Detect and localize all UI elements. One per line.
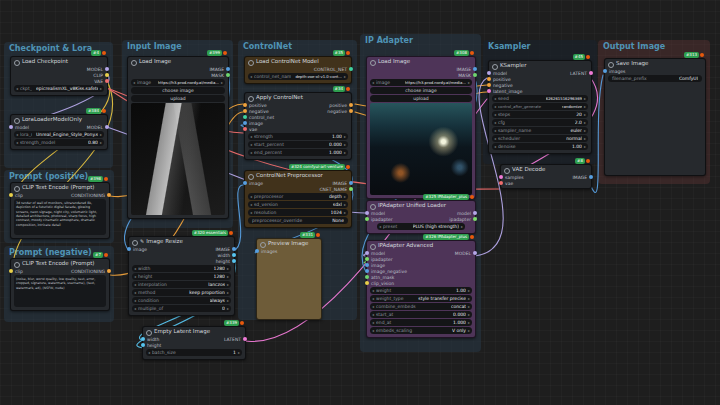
increment-arrow-icon[interactable]: ▸ [221, 80, 223, 85]
choose-image-button[interactable]: choose image [370, 87, 472, 94]
increment-arrow-icon[interactable]: ▸ [344, 210, 346, 215]
increment-arrow-icon[interactable]: ▸ [584, 136, 586, 141]
widget-image-url[interactable]: ◂imagehttps://h3.prod.nordy.ai/media...▸ [131, 79, 225, 86]
input-port-image[interactable]: image [132, 247, 147, 252]
node-vae-decode[interactable]: #8 VAE Decode samples IMAGE vae [500, 164, 592, 189]
output-port-image[interactable]: IMAGE [332, 181, 348, 186]
node-title[interactable]: Preview Image [257, 239, 321, 248]
widget-sd-version[interactable]: ◂sd_versionsdxl▸ [248, 201, 348, 208]
output-port-conditioning[interactable]: CONDITIONING [71, 193, 106, 198]
input-port-clip[interactable]: clip [14, 269, 23, 274]
increment-arrow-icon[interactable]: ▸ [468, 296, 470, 301]
widget-end-at[interactable]: ◂end_at1.000▸ [370, 319, 472, 326]
output-port-image[interactable]: IMAGE [572, 175, 588, 180]
widget-ckpt-name[interactable]: ◂ckpt_nameepicrealismXL_v8Kiss.safete...… [14, 85, 104, 92]
output-port-model[interactable]: model [457, 211, 472, 216]
increment-arrow-icon[interactable]: ▸ [584, 96, 586, 101]
node-graph-canvas[interactable]: Checkpoint & Lora Prompt (positive) Prom… [0, 0, 720, 405]
decrement-arrow-icon[interactable]: ◂ [372, 80, 374, 85]
widget-batch-size[interactable]: ◂batch_size1▸ [146, 349, 242, 356]
input-port-vae[interactable]: vae [504, 181, 513, 186]
decrement-arrow-icon[interactable]: ◂ [250, 202, 252, 207]
output-port-model[interactable]: MODEL [87, 67, 104, 72]
input-port-vae[interactable]: vae [248, 127, 257, 132]
output-port-model[interactable]: MODEL [87, 125, 104, 130]
increment-arrow-icon[interactable]: ▸ [584, 128, 586, 133]
input-port-image[interactable]: image [248, 121, 263, 126]
node-ksampler[interactable]: #45 KSampler model LATENT positive negat… [488, 60, 592, 154]
decrement-arrow-icon[interactable]: ◂ [494, 120, 496, 125]
increment-arrow-icon[interactable]: ▸ [468, 312, 470, 317]
decrement-arrow-icon[interactable]: ◂ [133, 80, 135, 85]
node-title[interactable]: Save Image [605, 59, 705, 68]
decrement-arrow-icon[interactable]: ◂ [494, 128, 496, 133]
node-title[interactable]: Load Checkpoint [11, 57, 107, 66]
increment-arrow-icon[interactable]: ▸ [227, 290, 229, 295]
input-port-negative[interactable]: negative [248, 109, 269, 114]
group-title[interactable]: Ksampler [483, 40, 597, 53]
upload-button[interactable]: upload [131, 95, 225, 102]
widget-combine-embeds[interactable]: ◂combine_embedsconcat▸ [370, 303, 472, 310]
increment-arrow-icon[interactable]: ▸ [584, 144, 586, 149]
node-ip-load-image[interactable]: #308 Load Image IMAGE MASK ◂imagehttps:/… [366, 56, 476, 199]
node-preview-image[interactable]: #331 Preview Image images [256, 238, 322, 320]
widget-control-after-generate[interactable]: ◂control_after_generaterandomize▸ [492, 103, 588, 110]
decrement-arrow-icon[interactable]: ◂ [250, 210, 252, 215]
input-port-clip-vision[interactable]: clip_vision [370, 281, 394, 286]
node-title[interactable]: Empty Latent Image [143, 327, 245, 336]
node-clip-text-encode-positive[interactable]: #398 CLIP Text Encode (Prompt) clip COND… [10, 182, 110, 239]
decrement-arrow-icon[interactable]: ◂ [134, 306, 136, 311]
input-port-attn-mask[interactable]: attn_mask [370, 275, 394, 280]
decrement-arrow-icon[interactable]: ◂ [372, 296, 374, 301]
widget-resolution[interactable]: ◂resolution1024▸ [248, 209, 348, 216]
input-port-latent-image[interactable]: latent_image [492, 89, 522, 94]
decrement-arrow-icon[interactable]: ◂ [250, 142, 252, 147]
decrement-arrow-icon[interactable]: ◂ [134, 298, 136, 303]
prompt-text-negative[interactable]: (noise, blur, worst quality, low quality… [14, 275, 106, 307]
node-lora-loader[interactable]: #384 LoraLoaderModelOnly model MODEL ◂lo… [10, 114, 108, 150]
increment-arrow-icon[interactable]: ▸ [584, 120, 586, 125]
input-port-model[interactable]: model [492, 71, 507, 76]
widget-preset[interactable]: ◂presetPLUS (high strength)▸ [377, 223, 465, 230]
increment-arrow-icon[interactable]: ▸ [468, 80, 470, 85]
widget-strength-model[interactable]: ◂strength_model0.80▸ [14, 139, 104, 146]
input-port-clip[interactable]: clip [14, 193, 23, 198]
increment-arrow-icon[interactable]: ▸ [344, 194, 346, 199]
increment-arrow-icon[interactable]: ▸ [227, 298, 229, 303]
increment-arrow-icon[interactable]: ▸ [461, 224, 463, 229]
node-title[interactable]: IPAdapter Advanced [367, 241, 475, 250]
widget-start-at[interactable]: ◂start_at0.000▸ [370, 311, 472, 318]
increment-arrow-icon[interactable]: ▸ [344, 202, 346, 207]
upload-button[interactable]: upload [370, 95, 472, 102]
increment-arrow-icon[interactable]: ▸ [468, 320, 470, 325]
output-port-mask[interactable]: MASK [458, 73, 472, 78]
widget-end-percent[interactable]: ◂end_percent1.000▸ [248, 149, 348, 156]
prompt-text-positive[interactable]: 3d render of wall of monitors, ultrarend… [14, 199, 106, 235]
input-port-image[interactable]: image [370, 263, 385, 268]
widget-method[interactable]: ◂methodkeep proportion▸ [132, 289, 231, 296]
node-title[interactable]: Load Image [128, 57, 228, 66]
input-port-width[interactable]: width [146, 337, 159, 342]
node-clip-text-encode-negative[interactable]: #7 CLIP Text Encode (Prompt) clip CONDIT… [10, 258, 110, 311]
decrement-arrow-icon[interactable]: ◂ [148, 350, 150, 355]
group-title[interactable]: IP Adapter [360, 34, 481, 47]
node-title[interactable]: Apply ControlNet [245, 93, 351, 102]
input-port-ipadapter[interactable]: ipadapter [370, 257, 393, 262]
decrement-arrow-icon[interactable]: ◂ [250, 134, 252, 139]
node-title[interactable]: KSampler [489, 61, 591, 70]
input-port-positive[interactable]: positive [248, 103, 267, 108]
increment-arrow-icon[interactable]: ▸ [468, 288, 470, 293]
node-controlnet-preprocessor[interactable]: #324 comfyui-art-venture ControlNet Prep… [244, 170, 352, 228]
increment-arrow-icon[interactable]: ▸ [584, 112, 586, 117]
input-port-ipadapter[interactable]: ipadapter [370, 217, 393, 222]
node-apply-controlnet[interactable]: #34 Apply ControlNet positive positive n… [244, 92, 352, 160]
node-title[interactable]: Load Image [367, 57, 475, 66]
input-port-samples[interactable]: samples [504, 175, 524, 180]
increment-arrow-icon[interactable]: ▸ [227, 274, 229, 279]
widget-steps[interactable]: ◂steps20▸ [492, 111, 588, 118]
increment-arrow-icon[interactable]: ▸ [584, 104, 586, 109]
decrement-arrow-icon[interactable]: ◂ [250, 74, 252, 79]
decrement-arrow-icon[interactable]: ◂ [494, 104, 496, 109]
input-port-model[interactable]: model [14, 125, 29, 130]
decrement-arrow-icon[interactable]: ◂ [250, 150, 252, 155]
